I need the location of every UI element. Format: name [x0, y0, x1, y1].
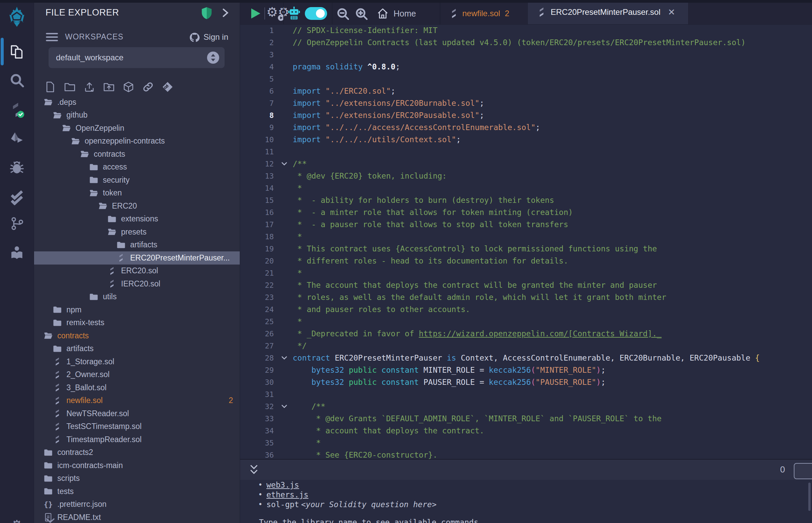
tree-item-artifacts[interactable]: artifacts: [34, 239, 240, 252]
tree-item-contracts[interactable]: contracts: [34, 148, 240, 161]
tree-item-erc20-sol[interactable]: ERC20.sol: [34, 265, 240, 278]
unit-testing-icon[interactable]: [9, 190, 24, 205]
learneth-icon[interactable]: [9, 245, 24, 261]
code-line-18[interactable]: 18 *: [240, 231, 812, 242]
tree-item-timestampreader-sol[interactable]: TimestampReader.sol: [34, 433, 240, 446]
tab-home[interactable]: Home: [377, 3, 416, 24]
code-line-22[interactable]: 22 * The account that deploys the contra…: [240, 279, 812, 291]
code-line-14[interactable]: 14 *: [240, 182, 812, 194]
code-line-25[interactable]: 25 *: [240, 315, 812, 327]
code-line-12[interactable]: 12/**: [240, 158, 812, 170]
code-line-33[interactable]: 33 * @dev Grants `DEFAULT_ADMIN_ROLE`, `…: [240, 413, 812, 425]
tree-item--prettierrc-json[interactable]: {}.prettierrc.json: [34, 498, 240, 511]
tree-item-security[interactable]: security: [34, 174, 240, 187]
tree-item-erc20[interactable]: ERC20: [34, 199, 240, 213]
code-line-1[interactable]: 1// SPDX-License-Identifier: MIT: [240, 24, 812, 36]
code-line-8[interactable]: 8import "../extensions/ERC20Pausable.sol…: [240, 109, 812, 121]
tree-item-npm[interactable]: npm: [34, 303, 240, 317]
search-icon[interactable]: [9, 72, 24, 88]
code-line-16[interactable]: 16 * - a minter role that allows for tok…: [240, 206, 812, 218]
ipfs-cube-icon[interactable]: [122, 81, 135, 93]
sign-in-button[interactable]: Sign in: [189, 32, 228, 42]
code-line-26[interactable]: 26 * _Deprecated in favor of https://wiz…: [240, 327, 812, 340]
git-branch-icon[interactable]: [10, 216, 24, 231]
code-line-2[interactable]: 2// OpenZeppelin Contracts (last updated…: [240, 36, 812, 49]
code-line-20[interactable]: 20 * different roles - head to its docum…: [240, 255, 812, 267]
ai-toggle[interactable]: [305, 7, 327, 20]
tree-item-remix-tests[interactable]: remix-tests: [34, 317, 240, 329]
code-line-15[interactable]: 15 * - ability for holders to burn (dest…: [240, 194, 812, 206]
code-line-13[interactable]: 13 * @dev {ERC20} token, including:: [240, 170, 812, 182]
fold-chevron-icon[interactable]: [276, 159, 293, 168]
workspaces-menu-icon[interactable]: [46, 32, 58, 42]
code-line-9[interactable]: 9import "../../../access/AccessControlEn…: [240, 121, 812, 133]
tree-item-2-owner-sol[interactable]: 2_Owner.sol: [34, 368, 240, 381]
code-line-24[interactable]: 24 * and pauser roles to other accounts.: [240, 303, 812, 315]
tree-item-1-storage-sol[interactable]: 1_Storage.sol: [34, 355, 240, 368]
tree-item-utils[interactable]: utils: [34, 290, 240, 304]
code-line-28[interactable]: 28contract ERC20PresetMinterPauser is Co…: [240, 352, 812, 364]
tree-item-openzeppelin[interactable]: OpenZeppelin: [34, 122, 240, 135]
fold-chevron-icon[interactable]: [276, 354, 293, 362]
terminal-search-box[interactable]: [794, 463, 812, 479]
zoom-out-icon[interactable]: [336, 7, 350, 21]
tab-newfile-sol[interactable]: newfile.sol 2: [441, 3, 535, 24]
tree-item-openzeppelin-contracts[interactable]: openzeppelin-contracts: [34, 135, 240, 148]
run-script-button[interactable]: [251, 8, 260, 19]
tab-close-icon[interactable]: ✕: [668, 7, 675, 18]
remix-logo-icon[interactable]: [6, 6, 28, 29]
tree-item-token[interactable]: token: [34, 187, 240, 200]
code-line-36[interactable]: 36 * See {ERC20-constructor}.: [240, 449, 812, 459]
upload-folder-icon[interactable]: [103, 81, 115, 93]
upload-file-icon[interactable]: [83, 81, 95, 93]
new-folder-icon[interactable]: [64, 81, 76, 93]
tab-erc20presetminterpauser-sol[interactable]: ERC20PresetMinterPauser.sol ✕: [527, 0, 689, 24]
file-explorer-icon[interactable]: [9, 43, 25, 59]
tree-item-erc20presetminterpauser-[interactable]: ERC20PresetMinterPauser...: [34, 251, 240, 265]
code-line-21[interactable]: 21 *: [240, 267, 812, 279]
shield-icon[interactable]: [200, 6, 213, 20]
tree-item-newtsreader-sol[interactable]: NewTSReader.sol: [34, 407, 240, 420]
workspace-select[interactable]: default_workspace: [49, 47, 225, 68]
new-file-icon[interactable]: [44, 81, 56, 93]
tree-item-tests[interactable]: tests: [34, 485, 240, 498]
code-line-32[interactable]: 32 /**: [240, 400, 812, 413]
terminal-link[interactable]: web3.js: [266, 481, 299, 489]
link-icon[interactable]: [142, 81, 154, 93]
fold-chevron-icon[interactable]: [276, 402, 293, 411]
code-line-23[interactable]: 23 * roles, as well as the default admin…: [240, 291, 812, 303]
code-line-4[interactable]: 4pragma solidity ^0.8.0;: [240, 61, 812, 73]
code-editor[interactable]: 1// SPDX-License-Identifier: MIT2// Open…: [240, 24, 812, 459]
code-line-10[interactable]: 10import "../../../utils/Context.sol";: [240, 133, 812, 146]
terminal-scrollbar[interactable]: [808, 483, 811, 511]
tree-item-artifacts[interactable]: artifacts: [34, 342, 240, 356]
code-line-35[interactable]: 35 *: [240, 437, 812, 449]
terminal-body[interactable]: •web3.js•ethers.js•sol-gpt <your Solidit…: [240, 480, 812, 523]
code-line-34[interactable]: 34 * account that deploys the contract.: [240, 425, 812, 437]
code-line-17[interactable]: 17 * - a pauser role that allows to stop…: [240, 218, 812, 231]
tree-item-access[interactable]: access: [34, 161, 240, 174]
code-line-29[interactable]: 29 bytes32 public constant MINTER_ROLE =…: [240, 364, 812, 376]
code-line-11[interactable]: 11: [240, 146, 812, 158]
terminal-collapse-icon[interactable]: [248, 464, 260, 476]
tree-item-readme-txt[interactable]: README.txt: [34, 511, 240, 523]
tree-item-contracts2[interactable]: contracts2: [34, 446, 240, 459]
code-line-31[interactable]: 31: [240, 388, 812, 400]
git-clone-icon[interactable]: [161, 81, 174, 93]
tree-item-3-ballot-sol[interactable]: 3_Ballot.sol: [34, 381, 240, 394]
solidity-compiler-icon[interactable]: [9, 102, 24, 118]
code-line-27[interactable]: 27 */: [240, 340, 812, 352]
code-line-19[interactable]: 19 * This contract uses {AccessControl} …: [240, 242, 812, 255]
terminal-header[interactable]: 0: [240, 459, 812, 481]
deploy-run-icon[interactable]: [9, 131, 24, 147]
code-line-6[interactable]: 6import "../ERC20.sol";: [240, 85, 812, 97]
code-line-5[interactable]: 5: [240, 73, 812, 85]
zoom-in-icon[interactable]: [355, 7, 368, 21]
tree-item-testsctimestamp-sol[interactable]: TestSCTimestamp.sol: [34, 420, 240, 433]
tree-item-contracts[interactable]: contracts: [34, 329, 240, 342]
tree-item-presets[interactable]: presets: [34, 226, 240, 239]
ai-robot-icon[interactable]: [287, 6, 301, 21]
chevron-right-icon[interactable]: [219, 7, 231, 19]
tree-item-icm-contracts-main[interactable]: icm-contracts-main: [34, 459, 240, 472]
terminal-link[interactable]: ethers.js: [266, 490, 308, 499]
